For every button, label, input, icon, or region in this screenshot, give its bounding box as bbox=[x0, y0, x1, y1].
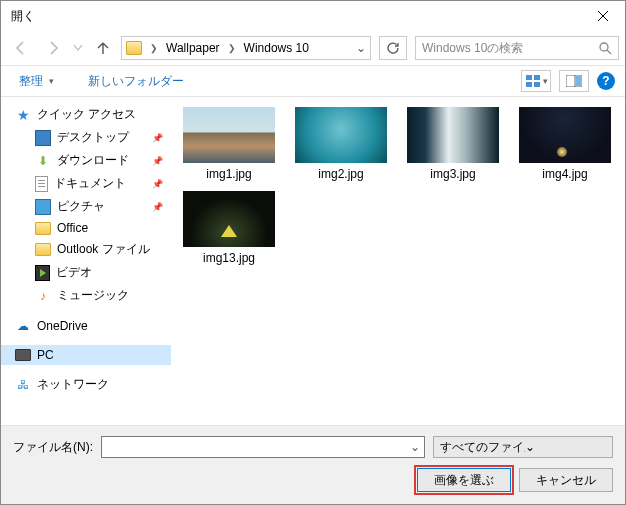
preview-pane-button[interactable] bbox=[559, 70, 589, 92]
pin-icon: 📌 bbox=[152, 133, 163, 143]
pin-icon: 📌 bbox=[152, 202, 163, 212]
svg-rect-7 bbox=[534, 82, 540, 87]
file-list: img1.jpg img2.jpg img3.jpg img4.jpg img1… bbox=[171, 97, 625, 425]
file-type-filter[interactable]: すべてのファイル (*.jpg;*.jpeg;*.bmp ⌄ bbox=[433, 436, 613, 458]
dialog-footer: ファイル名(N): ⌄ すべてのファイル (*.jpg;*.jpeg;*.bmp… bbox=[1, 426, 625, 504]
refresh-button[interactable] bbox=[379, 36, 407, 60]
up-button[interactable] bbox=[89, 34, 117, 62]
thumbnail bbox=[519, 107, 611, 163]
new-folder-button[interactable]: 新しいフォルダー bbox=[80, 71, 192, 92]
window-title: 開く bbox=[11, 8, 581, 25]
titlebar: 開く bbox=[1, 1, 625, 31]
command-bar: 整理▾ 新しいフォルダー ▾ ? bbox=[1, 65, 625, 97]
cancel-button[interactable]: キャンセル bbox=[519, 468, 613, 492]
filename-label: ファイル名(N): bbox=[13, 439, 93, 456]
thumbnail bbox=[295, 107, 387, 163]
nav-toolbar: ❯ Wallpaper ❯ Windows 10 ⌄ Windows 10の検索 bbox=[1, 31, 625, 65]
desktop-icon bbox=[35, 130, 51, 146]
video-icon bbox=[35, 265, 50, 281]
sidebar-item-documents[interactable]: ドキュメント📌 bbox=[1, 172, 171, 195]
file-item[interactable]: img1.jpg bbox=[181, 107, 277, 181]
cloud-icon: ☁ bbox=[15, 318, 31, 334]
address-dropdown[interactable]: ⌄ bbox=[352, 37, 370, 59]
search-placeholder: Windows 10の検索 bbox=[422, 40, 598, 57]
pin-icon: 📌 bbox=[152, 156, 163, 166]
chevron-down-icon[interactable]: ⌄ bbox=[406, 437, 424, 457]
search-icon bbox=[598, 41, 612, 55]
view-mode-button[interactable]: ▾ bbox=[521, 70, 551, 92]
organize-menu[interactable]: 整理▾ bbox=[11, 71, 62, 92]
music-icon: ♪ bbox=[35, 288, 51, 304]
file-item[interactable]: img2.jpg bbox=[293, 107, 389, 181]
sidebar-item-downloads[interactable]: ⬇ダウンロード📌 bbox=[1, 149, 171, 172]
file-item[interactable]: img4.jpg bbox=[517, 107, 613, 181]
breadcrumb-segment[interactable]: Wallpaper bbox=[162, 37, 224, 59]
file-item[interactable]: img13.jpg bbox=[181, 191, 277, 265]
chevron-right-icon: ❯ bbox=[146, 43, 162, 53]
pictures-icon bbox=[35, 199, 51, 215]
svg-rect-4 bbox=[526, 75, 532, 80]
sidebar-item-pc[interactable]: PC bbox=[1, 345, 171, 365]
svg-line-3 bbox=[607, 50, 611, 54]
thumbnail bbox=[407, 107, 499, 163]
folder-icon bbox=[126, 41, 142, 55]
sidebar-item-onedrive[interactable]: ☁OneDrive bbox=[1, 315, 171, 337]
sidebar-item-music[interactable]: ♪ミュージック bbox=[1, 284, 171, 307]
sidebar-item-network[interactable]: 🖧ネットワーク bbox=[1, 373, 171, 396]
svg-rect-5 bbox=[534, 75, 540, 80]
sidebar-item-desktop[interactable]: デスクトップ📌 bbox=[1, 126, 171, 149]
filename-field[interactable] bbox=[102, 437, 406, 457]
help-button[interactable]: ? bbox=[597, 72, 615, 90]
search-input[interactable]: Windows 10の検索 bbox=[415, 36, 619, 60]
svg-point-2 bbox=[600, 43, 608, 51]
pc-icon bbox=[15, 349, 31, 361]
breadcrumb-segment[interactable]: Windows 10 bbox=[240, 37, 313, 59]
svg-rect-10 bbox=[576, 76, 581, 86]
sidebar-item-videos[interactable]: ビデオ bbox=[1, 261, 171, 284]
chevron-down-icon: ⌄ bbox=[525, 440, 610, 454]
folder-icon bbox=[35, 243, 51, 256]
sidebar-item-outlook[interactable]: Outlook ファイル bbox=[1, 238, 171, 261]
filename-input[interactable]: ⌄ bbox=[101, 436, 425, 458]
download-icon: ⬇ bbox=[35, 153, 51, 169]
file-item[interactable]: img3.jpg bbox=[405, 107, 501, 181]
sidebar-item-office[interactable]: Office bbox=[1, 218, 171, 238]
star-icon: ★ bbox=[15, 107, 31, 123]
address-bar[interactable]: ❯ Wallpaper ❯ Windows 10 ⌄ bbox=[121, 36, 371, 60]
close-button[interactable] bbox=[581, 1, 625, 31]
pin-icon: 📌 bbox=[152, 179, 163, 189]
forward-button[interactable] bbox=[39, 34, 67, 62]
back-button[interactable] bbox=[7, 34, 35, 62]
svg-rect-6 bbox=[526, 82, 532, 87]
network-icon: 🖧 bbox=[15, 377, 31, 393]
open-button[interactable]: 画像を選ぶ bbox=[417, 468, 511, 492]
chevron-right-icon: ❯ bbox=[224, 43, 240, 53]
thumbnail bbox=[183, 107, 275, 163]
navigation-tree: ★クイック アクセス デスクトップ📌 ⬇ダウンロード📌 ドキュメント📌 ピクチャ… bbox=[1, 97, 171, 425]
sidebar-item-pictures[interactable]: ピクチャ📌 bbox=[1, 195, 171, 218]
recent-dropdown[interactable] bbox=[71, 34, 85, 62]
folder-icon bbox=[35, 222, 51, 235]
thumbnail bbox=[183, 191, 275, 247]
document-icon bbox=[35, 176, 48, 192]
sidebar-item-quick-access[interactable]: ★クイック アクセス bbox=[1, 103, 171, 126]
